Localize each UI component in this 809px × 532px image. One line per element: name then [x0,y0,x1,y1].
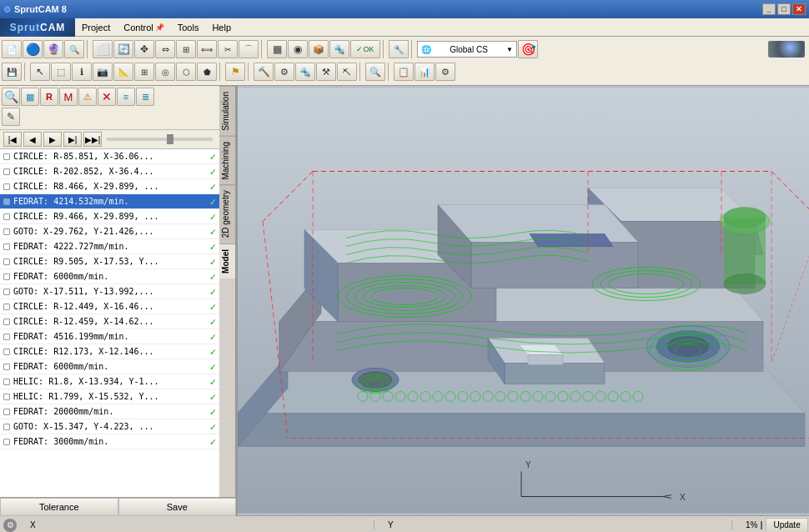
cs-button[interactable]: 🎯 [518,40,538,58]
zoom-button[interactable]: 🔍 [365,63,385,81]
code-item[interactable]: FEDRAT: 6000mm/min.✓ [0,269,219,284]
code-item[interactable]: FEDRAT: 4222.727mm/min.✓ [0,239,219,254]
material-button[interactable]: ◉ [288,40,308,58]
sep2 [261,40,264,58]
tool5-button[interactable]: ⚒ [316,63,336,81]
wizard-button[interactable]: 🔮 [43,40,63,58]
rotate-button[interactable]: 🔄 [113,40,133,58]
code-item[interactable]: FEDRAT: 4516.199mm/min.✓ [0,329,219,344]
snap-button[interactable]: ◎ [155,63,175,81]
code-item[interactable]: CIRCLE: R8.466, X-29.899, ...✓ [0,179,219,194]
fixture-button[interactable]: 🔩 [329,40,349,58]
warn-button[interactable]: ⚠ [78,88,97,106]
code-item[interactable]: CIRCLE: R9.466, X-29.899, ...✓ [0,209,219,224]
cs-combo[interactable]: 🌐 Global CS ▼ [417,41,517,58]
menu-project[interactable]: Project [75,18,117,37]
chart-button[interactable]: 📊 [415,63,435,81]
skip-to-start-button[interactable]: |◀ [3,132,22,147]
update-button[interactable]: Update [766,518,807,533]
save-left-button[interactable]: Save [118,498,237,516]
status-section-y: Y [381,520,732,529]
tool2-button[interactable]: 🔨 [254,63,274,81]
code-item[interactable]: CIRCLE: R-85.851, X-36.06...✓ [0,149,219,164]
camera-button[interactable]: 📷 [93,63,113,81]
new-button[interactable]: 📄 [2,40,22,58]
code-item[interactable]: CIRCLE: R-12.449, X-16.46...✓ [0,299,219,314]
info-button[interactable]: ℹ [72,63,92,81]
zoom-in-button[interactable]: 🔍 [2,88,20,106]
search-button[interactable]: 🔍 [64,40,84,58]
flag-button[interactable]: ⚑ [225,63,245,81]
code-item-bullet [3,394,10,400]
layer-button[interactable]: ▦ [267,40,287,58]
code-item[interactable]: CIRCLE: R9.505, X-17.53, Y...✓ [0,254,219,269]
trim-button[interactable]: ✂ [218,40,238,58]
select-button[interactable]: ⬜ [93,40,113,58]
left-tb-row-1: 🔍 ▦ R M ⚠ ✕ ≡ ≣ [2,88,218,106]
code-item[interactable]: GOTO: X-15.347, Y-4.223, ...✓ [0,419,219,434]
fillet-button[interactable]: ⌒ [239,40,259,58]
svg-text:Y: Y [525,460,531,469]
pencil-button[interactable]: ✎ [2,108,20,126]
open-button[interactable]: 🔵 [23,40,43,58]
bold-button[interactable]: R [40,88,58,106]
move-button[interactable]: ✥ [134,40,154,58]
error-button[interactable]: ✕ [98,88,116,106]
mirror-button[interactable]: ⇔ [155,40,175,58]
tab-model[interactable]: Model [219,243,235,279]
menu-help[interactable]: Help [205,18,238,37]
viewport: Dynamic ▼ [238,86,809,515]
mill-button[interactable]: M [59,88,78,106]
next-frame-button[interactable]: ▶| [63,132,82,147]
play-button[interactable]: ▶ [43,132,62,147]
tool6-button[interactable]: ⛏ [337,63,357,81]
code-item[interactable]: CIRCLE: R-202.852, X-36.4...✓ [0,164,219,179]
code-item[interactable]: FEDRAT: 3000mm/min.✓ [0,434,219,449]
close-button[interactable]: ✕ [792,3,806,15]
ok-button[interactable]: ✓OK [350,40,380,58]
menu-tools[interactable]: Tools [171,18,206,37]
grid-button[interactable]: ⊞ [134,63,154,81]
code-item[interactable]: CIRCLE: R-12.459, X-14.62...✓ [0,314,219,329]
settings-button[interactable]: ⚙ [435,63,455,81]
tab-2d-geometry[interactable]: 2D geometry [219,184,235,243]
tool3-button[interactable]: ⚙ [274,63,294,81]
tool4-button[interactable]: 🔩 [295,63,315,81]
code-item[interactable]: FEDRAT: 20000mm/min.✓ [0,404,219,419]
code-item[interactable]: FEDRAT: 6000mm/min.✓ [0,359,219,374]
layers-button[interactable]: ▦ [21,88,39,106]
tab-simulation[interactable]: Simulation [219,86,235,136]
maximize-button[interactable]: □ [777,3,791,15]
code-item[interactable]: FEDRAT: 4214.532mm/min.✓ [0,194,219,209]
properties-button[interactable]: 📋 [394,63,414,81]
tool-button[interactable]: 🔧 [389,40,409,58]
code-item-check-icon: ✓ [210,436,216,448]
array-button[interactable]: ⊞ [176,40,196,58]
list2-button[interactable]: ≣ [136,88,154,106]
speed-slider[interactable] [107,138,213,141]
code-item[interactable]: GOTO: X-29.762, Y-21.426,...✓ [0,224,219,239]
shade-button[interactable]: ⬟ [197,63,217,81]
skip-to-end-button[interactable]: ▶▶| [83,132,102,147]
code-list[interactable]: CIRCLE: R-85.851, X-36.06...✓CIRCLE: R-2… [0,149,219,497]
measure-button[interactable]: 📐 [113,63,133,81]
code-item[interactable]: HELIC: R1.799, X-15.532, Y...✓ [0,389,219,404]
tab-machining[interactable]: Machining [219,136,235,185]
code-item[interactable]: GOTO: X-17.511, Y-13.992,...✓ [0,284,219,299]
code-item[interactable]: HELIC: R1.8, X-13.934, Y-1...✓ [0,374,219,389]
tolerance-button[interactable]: Tolerance [0,498,118,516]
title-bar-left: ⚙ SprutCAM 8 [3,4,67,14]
list-button[interactable]: ≡ [117,88,135,106]
wire-button[interactable]: ⬡ [176,63,196,81]
stock-button[interactable]: 📦 [309,40,329,58]
scale-button[interactable]: ⟺ [197,40,217,58]
code-item-bullet [3,243,10,250]
prev-frame-button[interactable]: ◀ [23,132,42,147]
cursor-button[interactable]: ↖ [30,63,50,81]
minimize-button[interactable]: _ [762,3,776,15]
save-toolbar-button[interactable]: 💾 [2,63,22,81]
select-box-button[interactable]: ⬚ [51,63,71,81]
menu-control[interactable]: Control 📌 [117,18,170,37]
code-item[interactable]: CIRCLE: R12.173, X-12.146...✓ [0,344,219,359]
progress-bar [761,521,762,529]
